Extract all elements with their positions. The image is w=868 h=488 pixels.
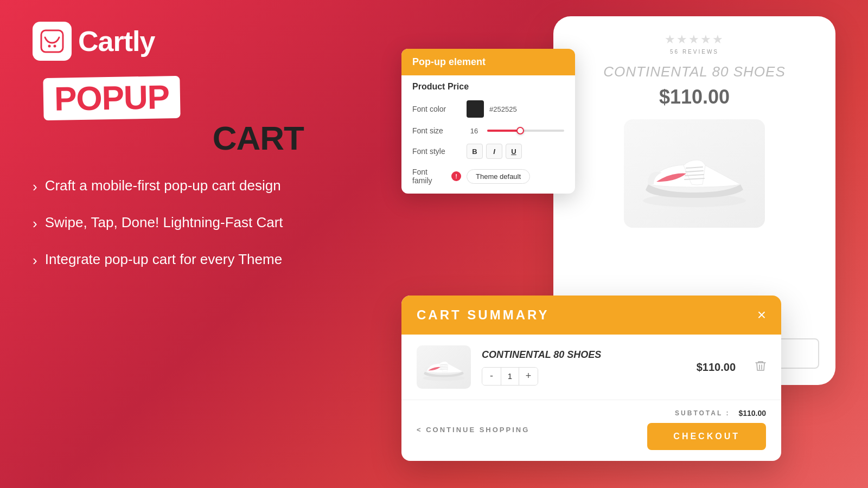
subtotal-label: SUBTOTAL : (675, 409, 730, 417)
product-image-area (624, 119, 765, 228)
italic-button[interactable]: I (486, 144, 502, 159)
quantity-increase-button[interactable]: + (519, 368, 538, 385)
continue-shopping-link[interactable]: < CONTINUE SHOPPING (417, 426, 529, 434)
feature-list: › Craft a mobile-first pop-up cart desig… (33, 177, 304, 269)
cart-total-area: SUBTOTAL : $110.00 CHECKOUT (647, 409, 766, 450)
font-family-label: Font family ! (412, 168, 461, 185)
quantity-controls: - 1 + (482, 367, 538, 386)
star-rating: ★★★★★ (665, 33, 724, 47)
cart-item-details: CONTINENTAL 80 SHOES - 1 + (482, 349, 686, 386)
subtotal-row: SUBTOTAL : $110.00 (675, 409, 766, 418)
popup-panel-header: Pop-up element (401, 49, 575, 75)
subtotal-value: $110.00 (738, 409, 766, 418)
feature-item-1: › Craft a mobile-first pop-up cart desig… (33, 177, 304, 196)
font-size-value: 16 (467, 127, 482, 135)
font-size-row: Font size 16 (401, 122, 575, 139)
font-style-row: Font style B I U (401, 139, 575, 163)
font-color-row: Font color #252525 (401, 96, 575, 122)
chevron-icon-1: › (33, 178, 37, 196)
font-family-row: Font family ! Theme default (401, 163, 575, 194)
brand-name: Cartly (78, 25, 155, 57)
svg-rect-0 (41, 30, 63, 52)
left-section: Cartly POPUP CART › Craft a mobile-first… (33, 22, 304, 287)
chevron-icon-3: › (33, 252, 37, 270)
right-section: ★★★★★ 56 REVIEWS CONTINENTAL 80 SHOES $1… (401, 16, 835, 472)
cart-header: CART SUMMARY × (401, 296, 781, 335)
feature-item-2: › Swipe, Tap, Done! Lightning-Fast Cart (33, 214, 304, 233)
cart-footer: < CONTINUE SHOPPING SUBTOTAL : $110.00 C… (401, 400, 781, 461)
popup-panel-title: Pop-up element (412, 56, 486, 67)
underline-button[interactable]: U (506, 144, 522, 159)
slider-fill (487, 130, 518, 132)
feature-text-3: Integrate pop-up cart for every Theme (45, 251, 282, 269)
cart-item-price: $110.00 (697, 361, 736, 374)
cart-item-delete-button[interactable] (755, 360, 766, 375)
review-count: 56 REVIEWS (670, 49, 719, 55)
logo-area: Cartly (33, 22, 304, 61)
cart-label: CART (43, 121, 304, 155)
popup-panel-section-title: Product Price (401, 75, 575, 96)
font-color-label: Font color (412, 105, 461, 113)
slider-thumb (516, 127, 524, 134)
hero-badge: POPUP CART (43, 77, 304, 155)
product-name-card: CONTINENTAL 80 SHOES (603, 63, 785, 80)
feature-text-1: Craft a mobile-first pop-up cart design (45, 177, 281, 195)
cart-item-name: CONTINENTAL 80 SHOES (482, 349, 686, 361)
svg-point-1 (48, 45, 51, 48)
font-size-label: Font size (412, 126, 461, 135)
feature-text-2: Swipe, Tap, Done! Lightning-Fast Cart (45, 214, 283, 232)
font-size-slider[interactable] (487, 130, 564, 132)
color-swatch[interactable] (467, 100, 484, 118)
cart-summary-popup: CART SUMMARY × CONTIN (401, 296, 781, 461)
checkout-button[interactable]: CHECKOUT (647, 423, 766, 450)
popup-label: POPUP (54, 78, 169, 118)
font-family-selector[interactable]: Theme default (467, 169, 530, 184)
cart-close-button[interactable]: × (757, 307, 766, 323)
cart-summary-title: CART SUMMARY (417, 307, 549, 323)
color-hex-value: #252525 (489, 105, 517, 113)
font-style-buttons: B I U (467, 144, 522, 159)
bold-button[interactable]: B (467, 144, 483, 159)
quantity-value: 1 (501, 368, 519, 385)
cart-item-image (417, 345, 471, 389)
info-icon: ! (451, 171, 461, 181)
svg-point-2 (54, 45, 56, 48)
feature-item-3: › Integrate pop-up cart for every Theme (33, 251, 304, 270)
chevron-icon-2: › (33, 215, 37, 233)
quantity-decrease-button[interactable]: - (482, 368, 501, 385)
font-style-label: Font style (412, 147, 461, 156)
product-price-card: $110.00 (659, 86, 730, 108)
cart-item: CONTINENTAL 80 SHOES - 1 + $110.00 (401, 335, 781, 400)
logo-icon (33, 22, 72, 61)
popup-label-bg: POPUP (43, 76, 180, 120)
popup-element-panel: Pop-up element Product Price Font color … (401, 49, 575, 194)
